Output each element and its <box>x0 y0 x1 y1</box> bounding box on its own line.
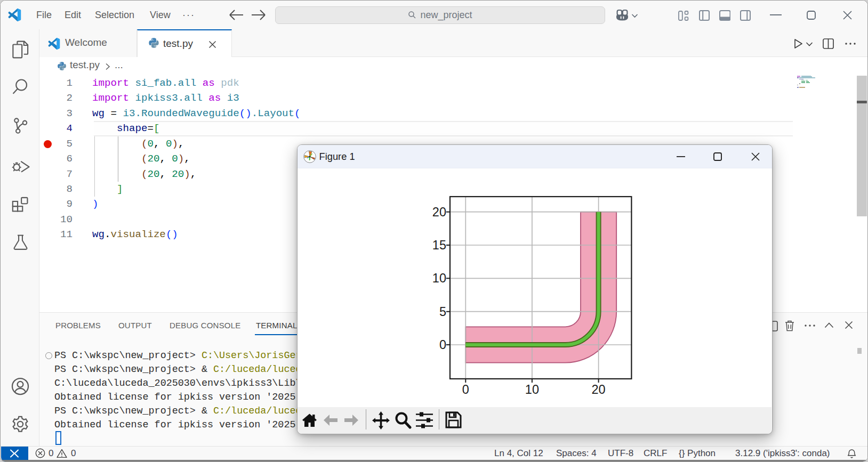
svg-text:0: 0 <box>439 338 446 352</box>
svg-text:20: 20 <box>432 205 446 218</box>
svg-text:0: 0 <box>462 382 469 396</box>
svg-text:20: 20 <box>591 382 605 396</box>
svg-text:10: 10 <box>432 271 446 285</box>
svg-text:5: 5 <box>439 304 446 318</box>
svg-text:15: 15 <box>432 238 446 252</box>
svg-text:10: 10 <box>525 382 539 396</box>
